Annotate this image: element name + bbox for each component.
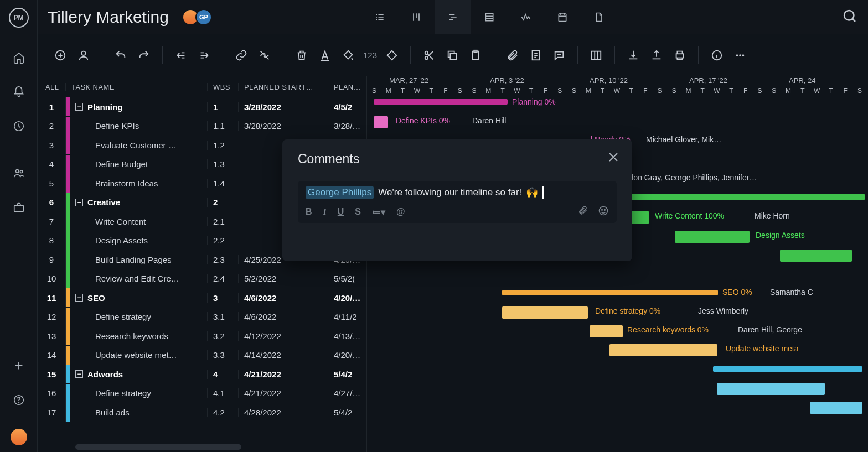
mention-icon[interactable]: @ — [396, 207, 405, 217]
gantt-bar[interactable] — [713, 366, 862, 372]
user-avatar[interactable] — [11, 429, 27, 445]
header-wbs[interactable]: WBS — [207, 83, 238, 91]
home-icon[interactable] — [9, 48, 29, 67]
info-icon[interactable] — [706, 45, 727, 66]
bold-icon[interactable]: B — [306, 207, 312, 217]
collapse-icon[interactable]: − — [75, 103, 83, 111]
add-task-icon[interactable] — [50, 45, 71, 66]
percent-button[interactable]: 123 — [361, 50, 379, 60]
table-row[interactable]: 2 Define KPIs 1.1 3/28/2022 3/28/… — [38, 117, 366, 136]
chat-icon[interactable] — [549, 45, 570, 66]
paste-icon[interactable] — [465, 45, 486, 66]
gantt-bar[interactable] — [675, 231, 750, 243]
calendar-view-button[interactable] — [544, 0, 581, 34]
gantt-label: Jess Wimberly — [698, 306, 748, 315]
more-icon[interactable] — [730, 45, 751, 66]
import-icon[interactable] — [623, 45, 644, 66]
color-indicator — [66, 326, 70, 345]
file-view-button[interactable] — [581, 0, 617, 34]
table-row[interactable]: 14 Update website met… 3.3 4/14/2022 4/2… — [38, 346, 366, 365]
left-nav-rail: PM — [0, 0, 38, 452]
table-row[interactable]: 16 Define strategy 4.1 4/21/2022 4/27/… — [38, 384, 366, 403]
gantt-chart[interactable]: MAR, 27 '22APR, 3 '22APR, 10 '22APR, 17 … — [367, 76, 868, 452]
gantt-bar[interactable] — [502, 290, 718, 295]
emoji-picker-icon[interactable] — [598, 205, 609, 219]
comment-input-box[interactable]: George Phillips We're following our time… — [298, 181, 617, 223]
start-date-cell: 4/28/2022 — [238, 408, 328, 417]
bell-icon[interactable] — [9, 82, 29, 102]
task-name-text: Build Landing Pages — [95, 255, 172, 264]
header-planned-end[interactable]: PLAN… — [328, 83, 366, 91]
gantt-bar[interactable] — [780, 250, 852, 262]
history-icon[interactable] — [9, 116, 29, 136]
text-style-icon[interactable] — [314, 45, 335, 66]
cut-icon[interactable] — [418, 45, 440, 66]
action-toolbar: 123 — [38, 34, 868, 76]
header-task-name[interactable]: TASK NAME — [65, 83, 207, 91]
toolbar-separator — [698, 46, 699, 64]
color-indicator — [66, 136, 70, 154]
member-avatars[interactable]: GP — [182, 9, 209, 25]
undo-icon[interactable] — [110, 45, 131, 66]
underline-icon[interactable]: U — [338, 207, 344, 217]
attachment-icon[interactable] — [502, 45, 523, 66]
people-icon[interactable] — [9, 163, 29, 183]
link-icon[interactable] — [231, 45, 252, 66]
header-all[interactable]: ALL — [38, 83, 65, 91]
table-row[interactable]: 15 − Adwords 4 4/21/2022 5/4/2 — [38, 365, 366, 384]
export-icon[interactable] — [646, 45, 667, 66]
delete-icon[interactable] — [291, 45, 312, 66]
collapse-icon[interactable]: − — [75, 294, 83, 302]
outdent-icon[interactable] — [170, 45, 192, 66]
gantt-bar[interactable] — [374, 116, 388, 128]
print-icon[interactable] — [669, 45, 690, 66]
color-indicator — [66, 288, 70, 307]
indent-icon[interactable] — [194, 45, 215, 66]
notes-icon[interactable] — [525, 45, 546, 66]
copy-icon[interactable] — [442, 45, 463, 66]
table-scrollbar[interactable] — [75, 444, 241, 450]
collapse-icon[interactable]: − — [75, 199, 83, 206]
task-name-cell: Update website met… — [65, 346, 207, 365]
gantt-bar[interactable] — [590, 325, 623, 337]
briefcase-icon[interactable] — [9, 198, 29, 217]
fill-icon[interactable] — [338, 45, 359, 66]
attach-file-icon[interactable] — [578, 205, 588, 219]
gantt-view-button[interactable] — [435, 0, 471, 34]
board-view-button[interactable] — [398, 0, 435, 34]
table-row[interactable]: 17 Build ads 4.2 4/28/2022 5/4/2 — [38, 403, 366, 422]
dashboard-view-button[interactable] — [508, 0, 544, 34]
table-row[interactable]: 10 Review and Edit Cre… 2.4 5/2/2022 5/5… — [38, 269, 366, 289]
gantt-bar[interactable] — [609, 344, 717, 356]
timeline-day: S — [367, 87, 381, 95]
table-row[interactable]: 11 − SEO 3 4/6/2022 4/20/… — [38, 288, 366, 308]
gantt-bar[interactable] — [810, 402, 862, 414]
svg-point-22 — [742, 54, 745, 56]
color-indicator — [66, 403, 70, 422]
add-icon[interactable] — [9, 356, 29, 376]
row-number: 9 — [38, 255, 65, 264]
search-icon[interactable] — [841, 8, 858, 24]
italic-icon[interactable]: I — [323, 207, 327, 217]
milestone-icon[interactable] — [381, 45, 402, 66]
table-row[interactable]: 13 Research keywords 3.2 4/12/2022 4/13/… — [38, 326, 366, 346]
help-icon[interactable] — [9, 390, 29, 410]
header-planned-start[interactable]: PLANNED START… — [238, 83, 328, 91]
collapse-icon[interactable]: − — [75, 370, 83, 378]
app-logo[interactable]: PM — [9, 8, 29, 28]
list-icon[interactable]: ≔▾ — [372, 207, 385, 217]
columns-icon[interactable] — [586, 45, 607, 66]
unlink-icon[interactable] — [254, 45, 275, 66]
redo-icon[interactable] — [133, 45, 154, 66]
gantt-bar[interactable] — [502, 306, 588, 319]
list-view-button[interactable] — [361, 0, 398, 34]
close-icon[interactable] — [607, 150, 620, 164]
timeline-day: W — [510, 87, 524, 95]
table-row[interactable]: 12 Define strategy 3.1 4/6/2022 4/11/2 — [38, 308, 366, 327]
table-row[interactable]: 1 − Planning 1 3/28/2022 4/5/2 — [38, 97, 366, 117]
assign-icon[interactable] — [73, 45, 94, 66]
sheet-view-button[interactable] — [471, 0, 508, 34]
gantt-bar[interactable] — [717, 383, 825, 395]
strike-icon[interactable]: S — [355, 207, 361, 217]
gantt-bar[interactable] — [374, 99, 508, 105]
